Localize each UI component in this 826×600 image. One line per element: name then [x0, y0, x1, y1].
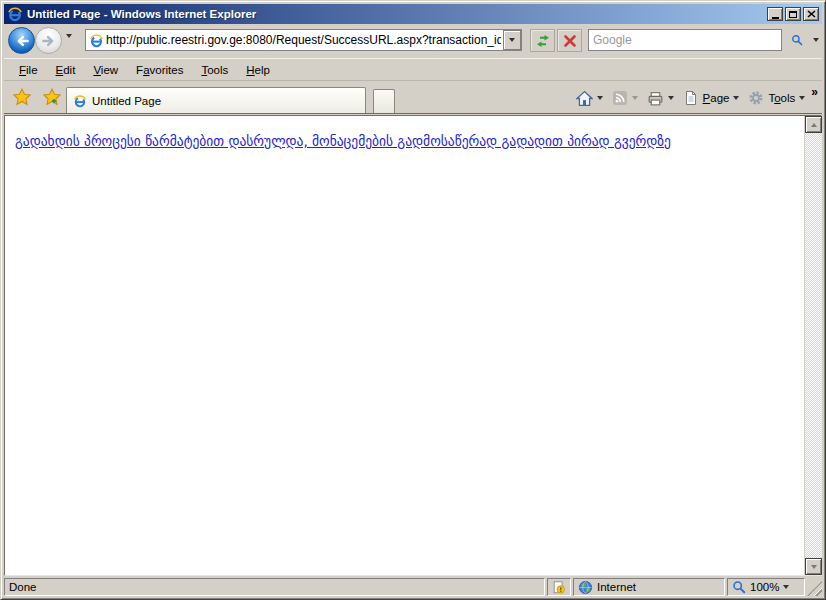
- menu-bar: File Edit View Favorites Tools Help: [4, 58, 822, 81]
- chevron-down-icon: [813, 38, 819, 42]
- back-arrow-icon: [13, 32, 31, 50]
- menu-file[interactable]: File: [10, 62, 47, 78]
- favorites-star-icon: [13, 88, 31, 106]
- chevron-down-icon: [66, 34, 72, 50]
- tab-untitled-page[interactable]: Untitled Page: [66, 87, 366, 113]
- zone-label: Internet: [597, 581, 636, 593]
- page-content: გადახდის პროცესი წარმატებით დასრულდა, მო…: [4, 115, 822, 576]
- scroll-down-icon: [811, 565, 817, 569]
- chevron-down-icon: [733, 96, 739, 100]
- tab-favicon-icon: [73, 94, 87, 108]
- menu-favorites[interactable]: Favorites: [127, 62, 192, 78]
- rss-feed-icon: [612, 90, 628, 106]
- refresh-icon: [535, 33, 551, 49]
- search-icon: [791, 32, 803, 48]
- home-icon: [576, 90, 593, 107]
- navigation-bar: [4, 24, 822, 57]
- add-favorite-button[interactable]: [40, 85, 64, 109]
- search-input[interactable]: [589, 33, 781, 47]
- zoom-control[interactable]: 100%: [727, 578, 805, 596]
- title-bar[interactable]: Untitled Page - Windows Internet Explore…: [4, 4, 822, 24]
- command-bar: Untitled Page Page Tools: [4, 82, 822, 114]
- more-commands-chevron[interactable]: »: [811, 85, 818, 99]
- stop-button[interactable]: [557, 29, 582, 52]
- chevron-down-icon: [509, 38, 515, 42]
- menu-help[interactable]: Help: [237, 62, 279, 78]
- scroll-down-button[interactable]: [805, 558, 822, 575]
- forward-arrow-icon: [40, 32, 58, 50]
- zoom-level: 100%: [750, 581, 779, 593]
- refresh-button[interactable]: [530, 29, 555, 52]
- gear-icon: [748, 90, 764, 106]
- new-tab-button[interactable]: [373, 89, 395, 113]
- resize-grip-icon[interactable]: [807, 581, 822, 596]
- home-button[interactable]: [573, 88, 606, 109]
- search-provider-dropdown[interactable]: [809, 29, 823, 51]
- page-warning-icon: [552, 580, 566, 595]
- minimize-icon: [772, 17, 779, 19]
- menu-tools[interactable]: Tools: [192, 62, 237, 78]
- chevron-down-icon: [799, 96, 805, 100]
- favorites-center-button[interactable]: [10, 85, 34, 109]
- print-button[interactable]: [644, 88, 677, 109]
- address-bar[interactable]: [85, 29, 522, 51]
- chevron-down-icon: [597, 96, 603, 100]
- status-bar: Done Internet 100%: [4, 576, 822, 596]
- menu-view[interactable]: View: [84, 62, 127, 78]
- search-box[interactable]: [588, 29, 782, 51]
- close-button[interactable]: [803, 7, 819, 21]
- search-button[interactable]: [785, 29, 809, 51]
- stop-icon: [562, 33, 578, 49]
- forward-button[interactable]: [35, 27, 62, 54]
- scroll-up-button[interactable]: [805, 116, 822, 133]
- page-alert-panel[interactable]: [547, 578, 571, 596]
- close-icon: [807, 10, 816, 18]
- internet-globe-icon: [578, 580, 593, 595]
- tools-menu-button[interactable]: Tools: [745, 88, 808, 108]
- tab-label: Untitled Page: [92, 95, 161, 107]
- menu-edit[interactable]: Edit: [47, 62, 85, 78]
- printer-icon: [647, 90, 664, 107]
- minimize-button[interactable]: [767, 7, 783, 21]
- window-title: Untitled Page - Windows Internet Explore…: [27, 8, 767, 20]
- feeds-button[interactable]: [609, 88, 641, 108]
- page-favicon-icon: [89, 33, 104, 48]
- recent-pages-dropdown[interactable]: [66, 38, 72, 50]
- status-message: Done: [4, 578, 545, 596]
- chevron-down-icon: [783, 585, 789, 589]
- add-favorite-star-icon: [43, 88, 61, 106]
- payment-success-link[interactable]: გადახდის პროცესი წარმატებით დასრულდა, მო…: [15, 133, 671, 149]
- scroll-up-icon: [811, 123, 817, 127]
- chevron-down-icon: [632, 96, 638, 100]
- page-icon: [683, 90, 699, 106]
- page-menu-button[interactable]: Page: [680, 88, 743, 108]
- maximize-button[interactable]: [785, 7, 801, 21]
- security-zone-panel: Internet: [573, 578, 725, 596]
- maximize-icon: [789, 11, 797, 18]
- chevron-down-icon: [668, 96, 674, 100]
- vertical-scrollbar[interactable]: [804, 116, 821, 575]
- address-input[interactable]: [104, 33, 503, 47]
- back-button[interactable]: [8, 27, 35, 54]
- ie-logo-icon: [7, 6, 23, 22]
- address-history-dropdown[interactable]: [503, 30, 521, 50]
- browser-window: Untitled Page - Windows Internet Explore…: [0, 0, 826, 600]
- zoom-magnifier-icon: [732, 580, 746, 594]
